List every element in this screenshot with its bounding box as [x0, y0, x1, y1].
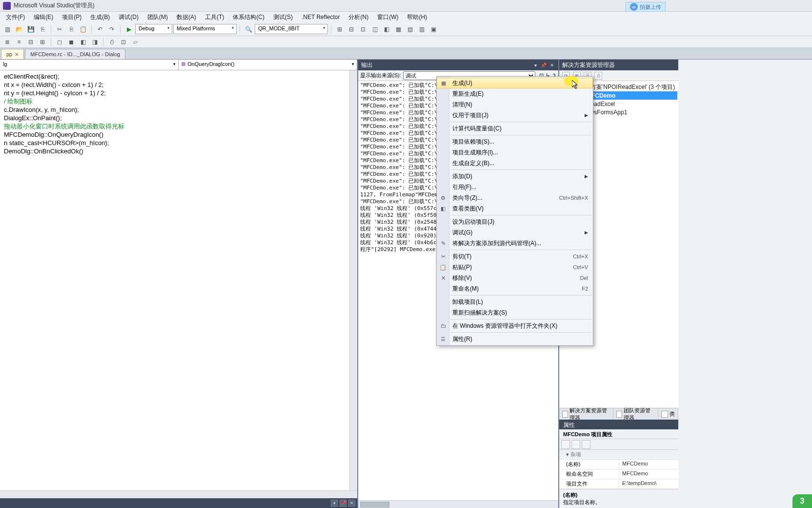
- tb-cut-icon[interactable]: ✂: [54, 24, 65, 35]
- prop-row-0[interactable]: (名称)MFCDemo: [559, 460, 678, 469]
- doctab-0[interactable]: pp ✕: [1, 49, 24, 59]
- prop-row-2[interactable]: 项目文件E:\tempDemo\: [559, 479, 678, 489]
- document-tabs: pp ✕ MFCDemo.rc - ID..._DIALOG - Dialog: [0, 48, 812, 60]
- doctab-1[interactable]: MFCDemo.rc - ID..._DIALOG - Dialog: [25, 49, 125, 59]
- output-close-icon[interactable]: ✕: [548, 62, 555, 68]
- tb-redo-icon[interactable]: ↷: [106, 24, 117, 35]
- tb-d-icon[interactable]: ◫: [369, 24, 380, 35]
- ctx-item-icon: ◧: [439, 205, 447, 212]
- prop-row-1[interactable]: 根命名空间MFCDemo: [559, 469, 678, 479]
- prop-page-icon[interactable]: [582, 440, 590, 449]
- tb2-7-icon[interactable]: ◧: [78, 37, 88, 47]
- ctx-item-26[interactable]: 重新扫描解决方案(S): [437, 307, 593, 318]
- menu-build[interactable]: 生成(B): [86, 12, 114, 22]
- output-pin-icon[interactable]: 📌: [540, 62, 547, 68]
- ctx-item-5[interactable]: 计算代码度量值(C): [437, 123, 593, 134]
- tb-saveall-icon[interactable]: ⎘: [37, 24, 48, 35]
- project-context-menu[interactable]: ▦生成(U)重新生成(E)清理(N)仅用于项目(J)▶计算代码度量值(C)项目依…: [436, 76, 593, 346]
- tb2-5-icon[interactable]: ◻: [54, 37, 65, 47]
- pane-dropdown-icon[interactable]: ▾: [331, 500, 338, 507]
- baidu-upload-button[interactable]: ∞ 拍摄上传: [626, 2, 666, 12]
- pane-pin-icon[interactable]: 📌: [340, 500, 346, 507]
- config-combo[interactable]: Debug: [135, 24, 172, 34]
- output-hscrollbar[interactable]: [358, 500, 558, 508]
- tb-h-icon[interactable]: ▥: [416, 24, 427, 35]
- menu-team[interactable]: 团队(M): [143, 12, 172, 22]
- ctx-item-2[interactable]: 清理(N): [437, 99, 593, 110]
- close-icon[interactable]: ✕: [15, 52, 19, 57]
- menu-edit[interactable]: 编辑(E): [30, 12, 57, 22]
- tb2-1-icon[interactable]: ≣: [2, 37, 13, 47]
- tb-find-icon[interactable]: 🔍: [243, 24, 254, 35]
- prop-az-icon[interactable]: [571, 440, 580, 449]
- ctx-item-16[interactable]: 设为启动项目(J): [437, 216, 593, 227]
- tb-open-icon[interactable]: 📂: [14, 24, 24, 35]
- prop-cat-icon[interactable]: [561, 440, 570, 449]
- ctx-item-18[interactable]: ✎将解决方案添加到源代码管理(A)...: [437, 238, 593, 249]
- target-combo[interactable]: QR_MODE_8BIT: [255, 24, 328, 34]
- menu-analyze[interactable]: 分析(N): [345, 12, 372, 22]
- ctx-item-28[interactable]: 🗀在 Windows 资源管理器中打开文件夹(X): [437, 320, 593, 331]
- platform-combo[interactable]: Mixed Platforms: [173, 24, 237, 34]
- properties-grid[interactable]: 杂项 (名称)MFCDemo 根命名空间MFCDemo 项目文件E:\tempD…: [559, 450, 678, 489]
- tb-copy-icon[interactable]: ⎘: [66, 24, 77, 35]
- tb2-2-icon[interactable]: ≡: [14, 37, 24, 47]
- ctx-item-8[interactable]: 项目生成顺序(I)...: [437, 147, 593, 158]
- tb2-10-icon[interactable]: ⊡: [118, 37, 129, 47]
- menu-architecture[interactable]: 体系结构(C): [229, 12, 268, 22]
- tb-new-icon[interactable]: ▥: [2, 24, 13, 35]
- menu-file[interactable]: 文件(F): [2, 12, 29, 22]
- tb-undo-icon[interactable]: ↶: [95, 24, 105, 35]
- ctx-item-17[interactable]: 调试(G)▶: [437, 227, 593, 238]
- sln-tab-class[interactable]: 类: [658, 408, 678, 420]
- tb-g-icon[interactable]: ▤: [405, 24, 415, 35]
- ctx-item-11[interactable]: 添加(D)▶: [437, 171, 593, 182]
- tb2-3-icon[interactable]: ⊟: [25, 37, 36, 47]
- tb-save-icon[interactable]: 💾: [25, 24, 36, 35]
- tb-paste-icon[interactable]: 📋: [78, 24, 88, 35]
- menu-data[interactable]: 数据(A): [173, 12, 200, 22]
- editor-hscrollbar[interactable]: [0, 490, 357, 498]
- menu-tools[interactable]: 工具(T): [201, 12, 228, 22]
- ctx-item-3[interactable]: 仅用于项目(J)▶: [437, 110, 593, 121]
- tb2-4-icon[interactable]: ⊞: [37, 37, 48, 47]
- tb-f-icon[interactable]: ▦: [393, 24, 404, 35]
- tb-e-icon[interactable]: ◧: [381, 24, 392, 35]
- tb2-11-icon[interactable]: ▱: [130, 37, 141, 47]
- tb-b-icon[interactable]: ⊟: [346, 24, 357, 35]
- ctx-item-23[interactable]: 重命名(M)F2: [437, 283, 593, 294]
- menu-reflector[interactable]: .NET Reflector: [298, 13, 344, 21]
- ctx-item-0[interactable]: ▦生成(U): [437, 78, 593, 88]
- scope-combo-left[interactable]: lg: [0, 60, 179, 70]
- tb-a-icon[interactable]: ⊞: [334, 24, 345, 35]
- tb-i-icon[interactable]: ▣: [428, 24, 439, 35]
- menu-help[interactable]: 帮助(H): [403, 12, 431, 22]
- tb2-8-icon[interactable]: ◨: [89, 37, 100, 47]
- menu-project[interactable]: 项目(P): [58, 12, 85, 22]
- ctx-item-21[interactable]: 📋粘贴(P)Ctrl+V: [437, 262, 593, 273]
- ctx-item-9[interactable]: 生成自定义(B)...: [437, 158, 593, 169]
- sln-tb4-icon[interactable]: ⎙: [594, 72, 602, 80]
- scope-combo-right[interactable]: OnQueryDragIcon(): [179, 60, 357, 70]
- code-editor[interactable]: etClientRect(&rect);nt x = (rect.Width()…: [0, 70, 357, 490]
- ctx-item-13[interactable]: ⚙类向导(Z)...Ctrl+Shift+X: [437, 192, 593, 203]
- ctx-item-25[interactable]: 卸载项目(L): [437, 296, 593, 307]
- editor-vscrollbar[interactable]: [349, 70, 357, 490]
- tb2-6-icon[interactable]: ◼: [66, 37, 77, 47]
- tb2-9-icon[interactable]: ⎙: [106, 37, 117, 47]
- tb-c-icon[interactable]: ⊡: [358, 24, 368, 35]
- ctx-item-14[interactable]: ◧查看类图(V): [437, 203, 593, 214]
- menu-window[interactable]: 窗口(W): [373, 12, 402, 22]
- ctx-item-20[interactable]: ✂剪切(T)Ctrl+X: [437, 251, 593, 262]
- menu-test[interactable]: 测试(S): [269, 12, 297, 22]
- ctx-item-22[interactable]: ✕移除(V)Del: [437, 273, 593, 283]
- ctx-item-12[interactable]: 引用(F)...: [437, 182, 593, 192]
- ctx-item-1[interactable]: 重新生成(E): [437, 88, 593, 99]
- ctx-item-7[interactable]: 项目依赖项(S)...: [437, 136, 593, 147]
- ctx-item-30[interactable]: ☰属性(R): [437, 334, 593, 344]
- menu-debug[interactable]: 调试(D): [115, 12, 142, 22]
- pane-close-icon[interactable]: ✕: [348, 500, 355, 507]
- tb-start-icon[interactable]: ▶: [123, 24, 134, 35]
- output-dropdown-icon[interactable]: ▾: [532, 62, 539, 68]
- prop-category[interactable]: 杂项: [559, 450, 678, 460]
